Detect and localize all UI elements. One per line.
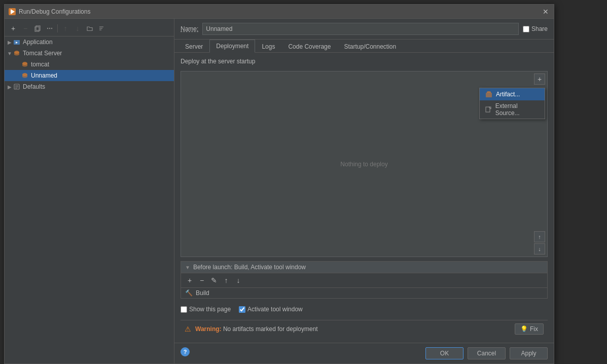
toolbar-separator — [57, 24, 58, 32]
title-bar-left: Run/Debug Configurations — [9, 8, 90, 15]
tree-label-application: Application — [23, 39, 172, 46]
svg-rect-19 — [486, 93, 492, 97]
dropdown-artifact[interactable]: Artifact... — [480, 88, 545, 100]
before-launch-chevron: ▼ — [185, 265, 190, 270]
run-debug-dialog: Run/Debug Configurations ✕ + − — [4, 4, 554, 364]
share-checkbox[interactable] — [523, 26, 529, 32]
svg-point-5 — [49, 28, 50, 29]
warning-text: Warning: No artifacts marked for deploym… — [195, 325, 511, 333]
fix-icon: 💡 — [520, 325, 528, 333]
tree-item-tomcat[interactable]: tomcat — [5, 59, 174, 70]
tab-code-coverage[interactable]: Code Coverage — [281, 40, 337, 53]
copy-config-button[interactable] — [32, 23, 43, 34]
deploy-side-arrows: ↑ ↓ — [534, 231, 545, 254]
name-input[interactable]: Unnamed — [202, 23, 519, 35]
activate-tool-label: Activate tool window — [239, 306, 303, 313]
close-button[interactable]: ✕ — [542, 8, 550, 16]
warning-area: ⚠ Warning: No artifacts marked for deplo… — [181, 320, 548, 338]
tomcat-icon — [21, 60, 29, 68]
warning-prefix: Warning: — [195, 325, 222, 333]
dialog-overlay: Run/Debug Configurations ✕ + − — [4, 4, 554, 364]
deploy-up-arrow[interactable]: ↑ — [534, 231, 545, 242]
add-config-button[interactable]: + — [8, 23, 19, 34]
before-launch-add[interactable]: + — [184, 275, 195, 286]
tomcat-server-icon — [13, 49, 21, 57]
title-bar: Run/Debug Configurations ✕ — [5, 5, 554, 19]
tree-label-unnamed: Unnamed — [31, 72, 172, 79]
fix-label: Fix — [530, 325, 538, 333]
tabs-bar: Server Deployment Logs Code Coverage Sta… — [174, 40, 554, 53]
tree-item-unnamed[interactable]: Unnamed — [5, 70, 174, 81]
deploy-down-arrow[interactable]: ↓ — [534, 243, 545, 254]
artifact-label: Artifact... — [496, 91, 520, 98]
expand-tomcat — [15, 61, 21, 67]
deploy-section-label: Deploy at the server startup — [181, 58, 548, 65]
application-icon — [13, 38, 21, 46]
deploy-add-button[interactable]: + — [534, 74, 545, 85]
tree-item-defaults[interactable]: ▶ Defaults — [5, 81, 174, 92]
svg-rect-2 — [35, 27, 39, 31]
tree-label-tomcat: tomcat — [31, 61, 172, 68]
before-launch-up[interactable]: ↑ — [221, 275, 232, 286]
artifact-icon — [485, 90, 493, 98]
name-row: Name: Unnamed Share — [174, 19, 554, 40]
sidebar-toolbar: + − ↑ ↓ — [5, 21, 174, 37]
tab-deployment[interactable]: Deployment — [209, 40, 255, 53]
move-up-button[interactable]: ↑ — [60, 23, 71, 34]
defaults-icon — [13, 83, 21, 91]
dialog-title: Run/Debug Configurations — [19, 8, 90, 15]
deploy-toolbar: + Artifact... — [534, 74, 545, 85]
sidebar: + − ↑ ↓ — [5, 19, 174, 363]
tab-logs[interactable]: Logs — [255, 40, 281, 53]
move-to-folder-button[interactable] — [84, 23, 95, 34]
tab-server[interactable]: Server — [178, 40, 209, 53]
build-label: Build — [196, 289, 209, 297]
unnamed-icon — [21, 71, 29, 80]
before-launch-toolbar: + − ✎ ↑ ↓ — [181, 273, 547, 288]
external-source-label: External Source... — [495, 102, 540, 117]
apply-button[interactable]: Apply — [510, 347, 548, 359]
before-launch-title: Before launch: Build, Activate tool wind… — [193, 264, 306, 271]
before-launch-header[interactable]: ▼ Before launch: Build, Activate tool wi… — [181, 262, 547, 273]
move-down-button[interactable]: ↓ — [72, 23, 83, 34]
tree-item-application[interactable]: ▶ Application — [5, 37, 174, 48]
share-label: Share — [531, 25, 548, 32]
sort-button[interactable] — [96, 23, 108, 34]
expand-defaults[interactable]: ▶ — [7, 84, 13, 90]
build-icon: 🔨 — [185, 289, 193, 297]
dropdown-external-source[interactable]: External Source... — [480, 100, 545, 119]
tab-startup-connection[interactable]: Startup/Connection — [337, 40, 403, 53]
deploy-dropdown: Artifact... External Source... — [479, 88, 545, 119]
fix-button[interactable]: 💡 Fix — [515, 323, 544, 335]
show-page-checkbox[interactable] — [181, 306, 187, 313]
before-launch-edit[interactable]: ✎ — [208, 275, 220, 286]
svg-point-4 — [47, 28, 48, 29]
before-launch-remove[interactable]: − — [196, 275, 207, 286]
ok-button[interactable]: OK — [425, 347, 463, 359]
before-launch-section: ▼ Before launch: Build, Activate tool wi… — [181, 261, 548, 299]
cancel-button[interactable]: Cancel — [468, 347, 506, 359]
warning-icon: ⚠ — [185, 325, 191, 333]
expand-application[interactable]: ▶ — [7, 39, 13, 45]
svg-point-6 — [51, 28, 52, 29]
config-options-button[interactable] — [44, 23, 55, 34]
tree-item-tomcat-server[interactable]: ▼ Tomcat Server — [5, 48, 174, 59]
activate-tool-text: Activate tool window — [247, 306, 303, 313]
name-label: Name: — [181, 25, 198, 32]
activate-tool-checkbox[interactable] — [239, 306, 245, 313]
config-tree: ▶ Application ▼ Tomcat Server — [5, 37, 174, 92]
tab-content-deployment: Deploy at the server startup Nothing to … — [174, 53, 554, 343]
show-page-label: Show this page — [181, 306, 231, 313]
dialog-content: + − ↑ ↓ — [5, 19, 554, 363]
remove-config-button[interactable]: − — [20, 23, 31, 34]
expand-unnamed — [15, 72, 21, 79]
right-panel: Name: Unnamed Share Server Deployment — [174, 19, 554, 363]
before-launch-down[interactable]: ↓ — [233, 275, 244, 286]
svg-rect-3 — [36, 26, 40, 30]
deploy-empty-text: Nothing to deploy — [340, 161, 387, 168]
show-page-text: Show this page — [189, 306, 231, 313]
expand-tomcat-server[interactable]: ▼ — [7, 50, 13, 56]
help-button[interactable]: ? — [181, 347, 190, 356]
warning-body: No artifacts marked for deployment — [223, 325, 318, 333]
checkboxes-row: Show this page Activate tool window — [181, 303, 548, 316]
